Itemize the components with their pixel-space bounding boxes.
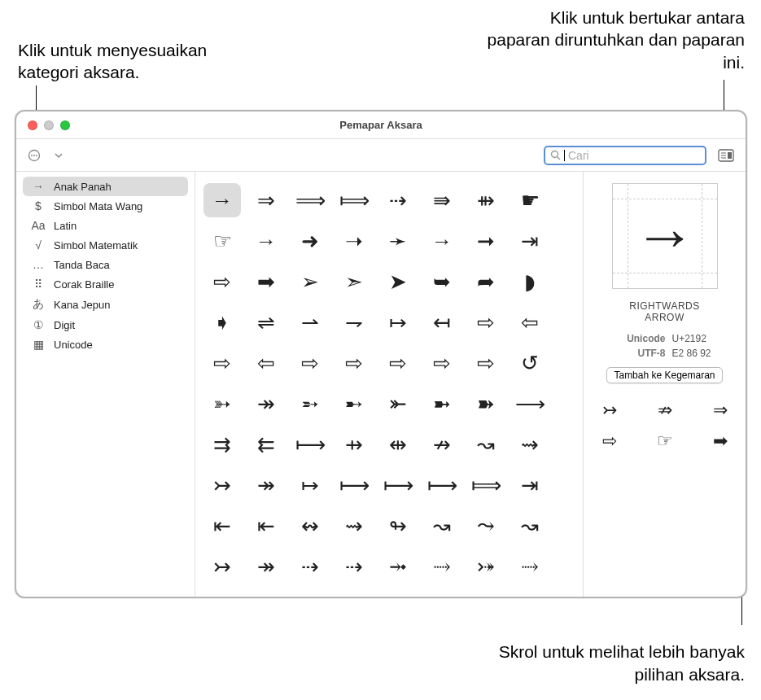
character-cell[interactable]: ⟾ [335,183,373,217]
character-cell[interactable]: ⇨ [379,346,417,380]
character-cell[interactable]: ⇢ [291,549,329,584]
character-cell[interactable]: ➡ [247,265,285,299]
zoom-window-button[interactable] [60,120,70,130]
character-cell[interactable]: ⇦ [247,346,285,380]
character-cell[interactable]: ➞ [467,224,505,258]
character-cell[interactable]: ◗ [511,265,549,299]
character-cell[interactable]: ⟼ [423,468,461,502]
character-cell[interactable]: ↛ [423,427,461,462]
character-cell[interactable]: ➛ [379,224,417,258]
character-cell[interactable]: ⇉ [203,427,241,462]
category-sidebar[interactable]: →Anak Panah$Simbol Mata WangAaLatin√Simb… [16,172,195,597]
add-to-favorites-button[interactable]: Tambah ke Kegemaran [606,367,722,383]
character-cell[interactable]: ↦ [291,468,329,502]
character-cell[interactable]: ⟼ [335,468,373,502]
character-cell[interactable]: ⇨ [423,346,461,380]
character-cell[interactable]: ⇥ [511,468,549,502]
character-cell[interactable]: ➜ [291,224,329,258]
variant-cell[interactable]: ➡ [700,431,741,452]
character-cell[interactable]: ➸ [335,387,373,421]
character-cell[interactable]: ⇝ [511,427,549,462]
character-cell[interactable]: ⇥ [511,224,549,258]
minimize-window-button[interactable] [44,120,54,130]
character-cell[interactable]: ⟼ [379,468,417,502]
character-cell[interactable]: ⤐ [467,549,505,584]
character-cell[interactable]: ➢ [291,265,329,299]
toggle-view-button[interactable] [715,146,737,165]
character-cell[interactable]: ⤳ [467,509,505,543]
character-cell[interactable]: ⤑ [423,549,461,584]
sidebar-item-7[interactable]: ①Digit [23,315,188,335]
character-cell[interactable]: ↣ [203,549,241,584]
character-cell[interactable]: ↠ [247,387,285,421]
character-cell[interactable]: → [203,183,241,217]
font-variants-grid[interactable]: ↣⇏⇒⇨☞➡ [589,400,741,452]
character-cell[interactable]: ⇻ [467,183,505,217]
sidebar-item-6[interactable]: あKana Jepun [23,294,188,315]
sidebar-item-1[interactable]: $Simbol Mata Wang [23,196,188,216]
variant-cell[interactable]: ☞ [645,431,685,452]
character-cell[interactable]: ⟶ [511,387,549,421]
character-cell[interactable]: ↦ [379,305,417,339]
character-cell[interactable]: ➳ [203,387,241,421]
character-cell[interactable]: ⇢ [335,549,373,584]
character-cell[interactable]: ⇌ [247,305,285,339]
character-cell[interactable]: ↠ [247,549,285,584]
character-cell[interactable]: ⟾ [467,468,505,502]
character-cell[interactable]: ↝ [423,509,461,543]
character-cell[interactable]: ⇀ [291,305,329,339]
character-grid[interactable]: →⇒⟹⟾⇢⇛⇻☛☞→➜➝➛→➞⇥⇨➡➢➣➤➥➦◗➧⇌⇀⇁↦↤⇨⇦⇨⇦⇨⇨⇨⇨⇨↺… [195,172,583,597]
character-cell[interactable]: ➼ [423,387,461,421]
character-cell[interactable]: ⇒ [247,183,285,217]
character-cell[interactable]: ⇹ [379,427,417,462]
character-cell[interactable]: ↤ [423,305,461,339]
character-cell[interactable]: ⇛ [423,183,461,217]
character-cell[interactable]: ↺ [511,346,549,380]
character-cell[interactable]: ⇨ [203,265,241,299]
character-cell[interactable]: ↬ [379,509,417,543]
character-cell[interactable]: ↠ [247,468,285,502]
sidebar-item-4[interactable]: …Tanda Baca [23,255,188,274]
character-cell[interactable]: → [247,224,285,258]
character-cell[interactable]: ➥ [423,265,461,299]
variant-cell[interactable]: ⇏ [645,400,685,421]
character-cell[interactable]: ⇤ [247,509,285,543]
character-cell[interactable]: ➣ [335,265,373,299]
character-cell[interactable]: ⇨ [291,346,329,380]
customize-categories-button[interactable] [24,146,44,165]
character-cell[interactable]: ⇇ [247,427,285,462]
character-cell[interactable]: ⇨ [335,346,373,380]
character-cell[interactable]: ⇨ [467,346,505,380]
character-cell[interactable]: ☛ [511,183,549,217]
sidebar-item-5[interactable]: ⠿Corak Braille [23,274,188,294]
back-forward-dropdown[interactable] [49,146,68,165]
character-cell[interactable]: ⇝ [335,509,373,543]
character-cell[interactable]: ↣ [203,468,241,502]
character-cell[interactable]: ⇁ [335,305,373,339]
character-cell[interactable]: ↭ [291,509,329,543]
character-cell[interactable]: ➽ [467,387,505,421]
character-cell[interactable]: ⟹ [291,183,329,217]
character-cell[interactable]: ⤜ [379,387,417,421]
character-cell[interactable]: → [423,224,461,258]
character-cell[interactable]: ⟼ [291,427,329,462]
character-cell[interactable]: ➝ [335,224,373,258]
variant-cell[interactable]: ⇒ [700,400,741,421]
search-input[interactable]: Cari [544,146,706,165]
character-cell[interactable]: ⇦ [511,305,549,339]
character-cell[interactable]: ↝ [467,427,505,462]
character-cell[interactable]: ⇸ [335,427,373,462]
sidebar-item-0[interactable]: →Anak Panah [23,177,188,196]
character-cell[interactable]: ⇨ [203,346,241,380]
character-cell[interactable]: ⇤ [203,509,241,543]
close-window-button[interactable] [28,120,37,130]
character-cell[interactable]: ⇢ [379,183,417,217]
character-cell[interactable]: ☞ [203,224,241,258]
character-cell[interactable]: ➦ [467,265,505,299]
character-cell[interactable]: ↝ [511,509,549,543]
character-cell[interactable]: ⇨ [467,305,505,339]
character-cell[interactable]: ➧ [203,305,241,339]
sidebar-item-3[interactable]: √Simbol Matematik [23,235,188,255]
variant-cell[interactable]: ⇨ [589,431,630,452]
character-cell[interactable]: ⤞ [379,549,417,584]
